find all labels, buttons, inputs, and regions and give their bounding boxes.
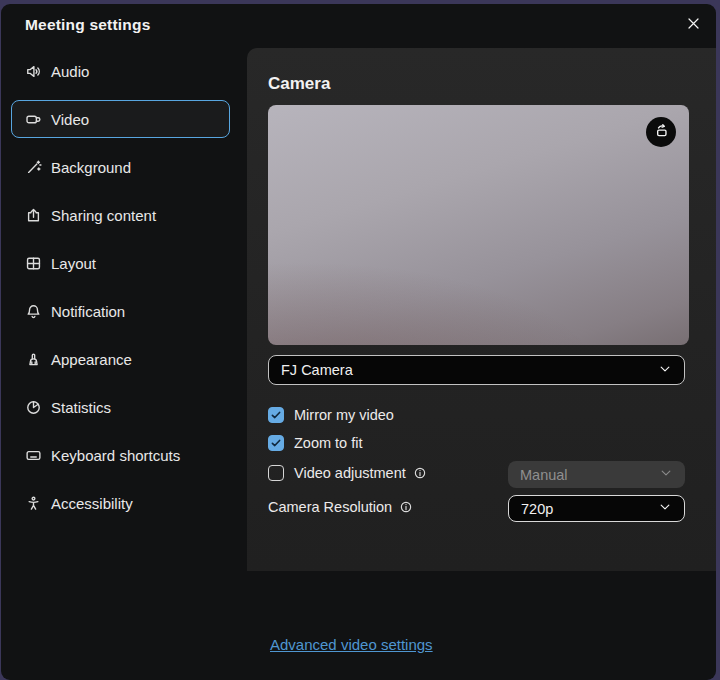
section-title: Camera — [268, 74, 330, 94]
mirror-video-label: Mirror my video — [294, 407, 394, 423]
sidebar-item-label: Background — [51, 159, 131, 176]
sidebar-item-label: Sharing content — [51, 207, 156, 224]
sidebar-item-accessibility[interactable]: Accessibility — [11, 484, 230, 522]
share-icon — [25, 207, 42, 224]
sidebar-item-label: Layout — [51, 255, 96, 272]
camera-select[interactable]: FJ Camera — [268, 355, 685, 385]
accessibility-person-icon — [25, 495, 42, 512]
sidebar-item-label: Statistics — [51, 399, 111, 416]
keyboard-icon — [25, 447, 42, 464]
sidebar-item-statistics[interactable]: Statistics — [11, 388, 230, 426]
mirror-video-checkbox[interactable] — [268, 407, 284, 423]
chevron-down-icon — [659, 466, 673, 483]
sidebar-item-appearance[interactable]: Appearance — [11, 340, 230, 378]
titlebar: Meeting settings — [1, 4, 716, 48]
advanced-video-settings-link[interactable]: Advanced video settings — [270, 636, 433, 653]
meeting-settings-dialog: Meeting settings Audio Video Background — [1, 4, 716, 680]
camera-resolution-row: Camera Resolution — [268, 499, 413, 515]
video-adjustment-label: Video adjustment — [294, 465, 406, 481]
sidebar-item-label: Accessibility — [51, 495, 133, 512]
camera-resolution-select[interactable]: 720p — [508, 495, 685, 522]
camera-resolution-info-icon[interactable] — [399, 500, 413, 514]
sidebar-item-notification[interactable]: Notification — [11, 292, 230, 330]
sidebar-item-layout[interactable]: Layout — [11, 244, 230, 282]
pie-chart-icon — [25, 399, 42, 416]
zoom-to-fit-checkbox[interactable] — [268, 435, 284, 451]
sidebar-item-label: Video — [51, 111, 89, 128]
video-adjustment-checkbox[interactable] — [268, 465, 284, 481]
video-adjustment-info-icon[interactable] — [413, 466, 427, 480]
paintbrush-icon — [25, 351, 42, 368]
sidebar-item-label: Appearance — [51, 351, 132, 368]
video-adjustment-mode-value: Manual — [520, 467, 568, 483]
zoom-to-fit-row: Zoom to fit — [268, 435, 363, 451]
video-adjustment-row: Video adjustment — [268, 465, 427, 481]
dialog-title: Meeting settings — [25, 16, 151, 34]
sidebar-item-sharing-content[interactable]: Sharing content — [11, 196, 230, 234]
camera-resolution-value: 720p — [521, 501, 553, 517]
sidebar-item-label: Keyboard shortcuts — [51, 447, 180, 464]
camera-preview — [268, 105, 689, 345]
sidebar: Audio Video Background Sharing content L — [1, 48, 248, 680]
sidebar-item-keyboard-shortcuts[interactable]: Keyboard shortcuts — [11, 436, 230, 474]
sidebar-item-label: Audio — [51, 63, 89, 80]
magic-wand-icon — [25, 159, 42, 176]
bell-icon — [25, 303, 42, 320]
zoom-to-fit-label: Zoom to fit — [294, 435, 363, 451]
layout-grid-icon — [25, 255, 42, 272]
camera-select-value: FJ Camera — [281, 362, 353, 378]
sidebar-item-video[interactable]: Video — [11, 100, 230, 138]
close-icon — [686, 16, 701, 35]
sidebar-item-audio[interactable]: Audio — [11, 52, 230, 90]
rotate-camera-button[interactable] — [646, 117, 676, 147]
mirror-video-row: Mirror my video — [268, 407, 394, 423]
video-settings-panel: Camera FJ Camera Mirror my video — [247, 48, 716, 571]
rotate-camera-icon — [653, 122, 670, 143]
speaker-icon — [25, 63, 42, 80]
video-adjustment-mode-select: Manual — [508, 461, 685, 488]
sidebar-item-background[interactable]: Background — [11, 148, 230, 186]
close-button[interactable] — [680, 12, 706, 38]
chevron-down-icon — [658, 500, 672, 517]
sidebar-item-label: Notification — [51, 303, 125, 320]
video-camera-icon — [25, 111, 42, 128]
chevron-down-icon — [658, 362, 672, 379]
camera-resolution-label: Camera Resolution — [268, 499, 392, 515]
